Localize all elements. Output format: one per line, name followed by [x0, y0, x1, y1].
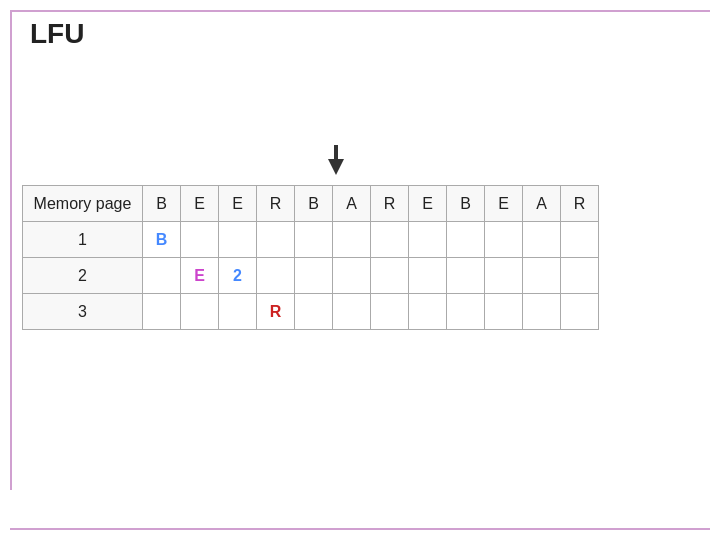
cell-2-2: 2 — [219, 258, 257, 294]
cell-3-2 — [219, 294, 257, 330]
table-row: 3 R — [23, 294, 599, 330]
arrow-indicator — [328, 145, 344, 175]
cell-2-7 — [409, 258, 447, 294]
cell-1-3 — [257, 222, 295, 258]
left-border — [10, 10, 12, 490]
seq-col-4: B — [295, 186, 333, 222]
seq-col-0: B — [143, 186, 181, 222]
cell-3-3: R — [257, 294, 295, 330]
table-header-row: Memory page B E E R B A R E B E A R — [23, 186, 599, 222]
cell-3-0 — [143, 294, 181, 330]
cell-1-6 — [371, 222, 409, 258]
cell-1-11 — [561, 222, 599, 258]
cell-3-4 — [295, 294, 333, 330]
seq-col-10: A — [523, 186, 561, 222]
cell-2-11 — [561, 258, 599, 294]
cell-2-0 — [143, 258, 181, 294]
cell-1-1 — [181, 222, 219, 258]
cell-1-10 — [523, 222, 561, 258]
table-header-label: Memory page — [23, 186, 143, 222]
table-row: 2 E 2 — [23, 258, 599, 294]
row-label-3: 3 — [23, 294, 143, 330]
seq-col-3: R — [257, 186, 295, 222]
seq-col-5: A — [333, 186, 371, 222]
cell-3-6 — [371, 294, 409, 330]
cell-2-3 — [257, 258, 295, 294]
cell-1-7 — [409, 222, 447, 258]
cell-3-11 — [561, 294, 599, 330]
lfu-table: Memory page B E E R B A R E B E A R 1 B — [22, 185, 599, 330]
bottom-border — [10, 528, 710, 530]
cell-3-10 — [523, 294, 561, 330]
page-title: LFU — [30, 18, 84, 50]
cell-3-5 — [333, 294, 371, 330]
cell-3-1 — [181, 294, 219, 330]
cell-1-2 — [219, 222, 257, 258]
cell-2-10 — [523, 258, 561, 294]
cell-1-4 — [295, 222, 333, 258]
cell-1-9 — [485, 222, 523, 258]
seq-col-2: E — [219, 186, 257, 222]
table-row: 1 B — [23, 222, 599, 258]
cell-1-8 — [447, 222, 485, 258]
cell-3-9 — [485, 294, 523, 330]
row-label-2: 2 — [23, 258, 143, 294]
row-label-1: 1 — [23, 222, 143, 258]
cell-3-8 — [447, 294, 485, 330]
cell-1-0: B — [143, 222, 181, 258]
seq-col-6: R — [371, 186, 409, 222]
cell-2-8 — [447, 258, 485, 294]
cell-3-7 — [409, 294, 447, 330]
seq-col-9: E — [485, 186, 523, 222]
top-border — [10, 10, 710, 12]
cell-2-6 — [371, 258, 409, 294]
cell-2-1: E — [181, 258, 219, 294]
seq-col-8: B — [447, 186, 485, 222]
cell-2-4 — [295, 258, 333, 294]
seq-col-7: E — [409, 186, 447, 222]
cell-1-5 — [333, 222, 371, 258]
seq-col-11: R — [561, 186, 599, 222]
cell-2-5 — [333, 258, 371, 294]
cell-2-9 — [485, 258, 523, 294]
seq-col-1: E — [181, 186, 219, 222]
